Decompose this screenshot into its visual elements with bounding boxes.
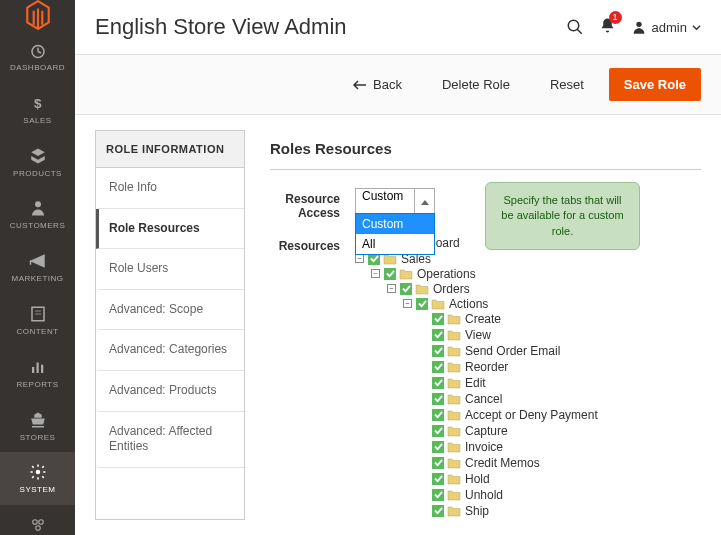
sidebar-item-stores[interactable]: STORES — [0, 400, 75, 453]
sidebar-item-find-partners-extensions[interactable]: FIND PARTNERS & EXTENSIONS — [0, 505, 75, 535]
sidebar-item-content[interactable]: CONTENT — [0, 294, 75, 347]
tree-node[interactable]: Invoice — [419, 440, 598, 454]
tree-checkbox[interactable] — [416, 298, 428, 310]
folder-icon — [447, 425, 461, 437]
svg-point-11 — [35, 470, 40, 475]
resource-access-dropdown: Custom All — [355, 213, 435, 255]
tree-node[interactable]: View — [419, 328, 598, 342]
sidebar-item-products[interactable]: PRODUCTS — [0, 136, 75, 189]
tree-node[interactable]: Send Order Email — [419, 344, 598, 358]
tree-toggle-icon[interactable]: − — [371, 269, 380, 278]
chevron-down-icon — [692, 23, 701, 32]
tree-checkbox[interactable] — [432, 345, 444, 357]
tab-advanced-scope[interactable]: Advanced: Scope — [96, 290, 244, 331]
user-icon — [631, 19, 647, 35]
tree-checkbox[interactable] — [432, 505, 444, 517]
action-bar: Back Delete Role Reset Save Role — [75, 55, 721, 115]
tree-node[interactable]: Create — [419, 312, 598, 326]
tab-advanced-products[interactable]: Advanced: Products — [96, 371, 244, 412]
tree-checkbox[interactable] — [432, 473, 444, 485]
tree-toggle-icon[interactable]: − — [403, 299, 412, 308]
folder-icon — [447, 409, 461, 421]
tree-node[interactable]: Accept or Deny Payment — [419, 408, 598, 422]
svg-point-14 — [35, 526, 40, 531]
admin-user-menu[interactable]: admin — [631, 19, 701, 35]
tree-label: View — [465, 328, 491, 342]
reset-button[interactable]: Reset — [535, 68, 599, 101]
tree-label: Cancel — [465, 392, 502, 406]
folder-icon — [415, 283, 429, 295]
tree-checkbox[interactable] — [432, 393, 444, 405]
tab-role-users[interactable]: Role Users — [96, 249, 244, 290]
tree-node[interactable]: Capture — [419, 424, 598, 438]
tab-advanced-categories[interactable]: Advanced: Categories — [96, 330, 244, 371]
select-arrow-icon — [414, 189, 434, 215]
tree-checkbox[interactable] — [432, 377, 444, 389]
svg-rect-9 — [36, 362, 38, 373]
folder-icon — [447, 329, 461, 341]
tree-label: Operations — [417, 267, 476, 281]
tree-label: Hold — [465, 472, 490, 486]
svg-point-12 — [32, 520, 37, 525]
svg-text:$: $ — [34, 95, 42, 110]
tree-node[interactable]: Cancel — [419, 392, 598, 406]
tree-node[interactable]: Reorder — [419, 360, 598, 374]
sidebar-item-dashboard[interactable]: DASHBOARD — [0, 30, 75, 83]
tree-node[interactable]: Unhold — [419, 488, 598, 502]
tree-node[interactable]: Ship — [419, 504, 598, 518]
tab-role-resources[interactable]: Role Resources — [96, 209, 244, 250]
svg-point-13 — [38, 520, 43, 525]
notifications-icon[interactable]: 1 — [599, 17, 616, 38]
dropdown-option-custom[interactable]: Custom — [356, 214, 434, 234]
tree-checkbox[interactable] — [400, 283, 412, 295]
tree-checkbox[interactable] — [432, 313, 444, 325]
svg-point-4 — [35, 202, 41, 208]
search-icon[interactable] — [566, 18, 584, 36]
tree-node[interactable]: Edit — [419, 376, 598, 390]
sidebar-item-customers[interactable]: CUSTOMERS — [0, 188, 75, 241]
sidebar-item-marketing[interactable]: MARKETING — [0, 241, 75, 294]
dropdown-option-all[interactable]: All — [356, 234, 434, 254]
folder-icon — [399, 268, 413, 280]
arrow-left-icon — [353, 80, 367, 90]
save-role-button[interactable]: Save Role — [609, 68, 701, 101]
sidebar-item-sales[interactable]: $SALES — [0, 83, 75, 136]
tab-role-info[interactable]: Role Info — [96, 168, 244, 209]
tree-checkbox[interactable] — [432, 489, 444, 501]
tree-node[interactable]: Credit Memos — [419, 456, 598, 470]
tree-checkbox[interactable] — [432, 441, 444, 453]
tree-toggle-icon[interactable]: − — [387, 284, 396, 293]
svg-point-17 — [636, 22, 641, 27]
resources-tree: −Dashboard−Sales−Operations−Orders−Actio… — [355, 235, 598, 520]
tree-label: Unhold — [465, 488, 503, 502]
delete-role-button[interactable]: Delete Role — [427, 68, 525, 101]
tree-checkbox[interactable] — [432, 361, 444, 373]
role-tabs: ROLE INFORMATION Role InfoRole Resources… — [95, 130, 245, 520]
tree-node[interactable]: −Orders — [387, 282, 598, 296]
tree-checkbox[interactable] — [432, 457, 444, 469]
tree-checkbox[interactable] — [432, 425, 444, 437]
magento-logo[interactable] — [0, 0, 75, 30]
folder-icon — [447, 441, 461, 453]
resource-access-select[interactable]: Custom — [355, 188, 435, 214]
page-title: English Store View Admin — [95, 14, 347, 40]
tree-label: Edit — [465, 376, 486, 390]
tree-toggle-icon[interactable]: − — [355, 254, 364, 263]
tree-checkbox[interactable] — [432, 409, 444, 421]
tree-label: Send Order Email — [465, 344, 560, 358]
tree-label: Ship — [465, 504, 489, 518]
back-button[interactable]: Back — [338, 68, 417, 101]
tab-advanced-affected-entities[interactable]: Advanced: Affected Entities — [96, 412, 244, 468]
notification-badge: 1 — [609, 11, 622, 24]
tree-checkbox[interactable] — [432, 329, 444, 341]
tree-node[interactable]: −Actions — [403, 297, 598, 311]
sidebar-item-system[interactable]: SYSTEM — [0, 452, 75, 505]
tree-checkbox[interactable] — [384, 268, 396, 280]
resource-access-label: Resource Access — [270, 188, 355, 221]
svg-rect-8 — [32, 367, 34, 373]
tree-node[interactable]: Hold — [419, 472, 598, 486]
sidebar-item-reports[interactable]: REPORTS — [0, 347, 75, 400]
folder-icon — [447, 457, 461, 469]
tree-label: Credit Memos — [465, 456, 540, 470]
tree-node[interactable]: −Operations — [371, 267, 598, 281]
